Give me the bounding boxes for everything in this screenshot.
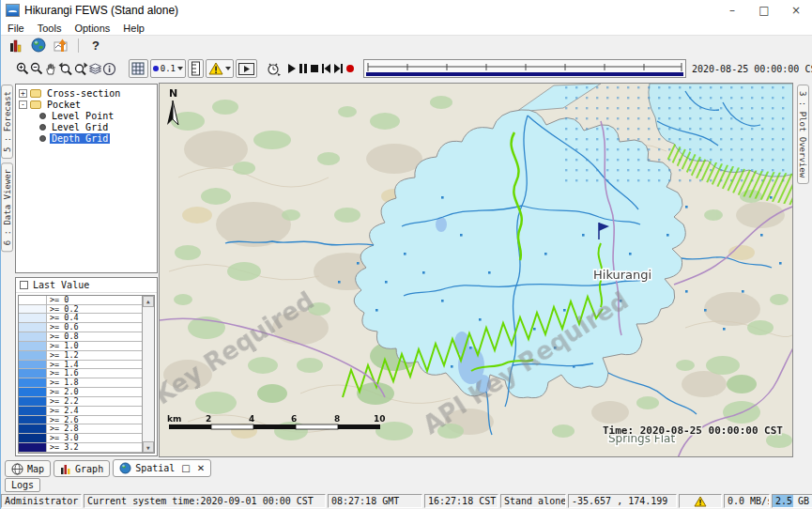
svg-text:2: 2 [206,414,211,424]
tree-node-icon [39,135,46,142]
step-back-button[interactable] [320,58,332,79]
legend-row: >= 2.2 [19,397,142,407]
legend-scrollbar[interactable]: ▲ ▼ [142,296,154,453]
legend-color-swatch [19,416,47,424]
tree-item-label[interactable]: Depth Grid [50,133,110,144]
animation-clock-icon[interactable] [266,58,281,79]
legend-color-swatch [19,378,47,387]
tree-item[interactable]: Depth Grid [17,132,156,144]
legend-row: >= 0.2 [19,305,142,315]
warnings-dropdown[interactable] [206,59,234,78]
spatial-map[interactable]: API Key Required API Key Required Hikura… [159,83,793,457]
threshold-dropdown[interactable]: 0.1 [150,59,186,78]
tree-item[interactable]: - Pocket [17,99,156,110]
legend-row-label: >= 3.0 [47,434,79,442]
blue-globe-icon [119,462,131,474]
status-coordinates: -35.657 , 174.199 [568,494,677,508]
tab-logs[interactable]: Logs [5,478,40,492]
scroll-down-icon[interactable]: ▼ [143,441,154,453]
minimize-button[interactable]: – [716,0,748,21]
menu-options[interactable]: Options [68,23,116,34]
legend-row-label: >= 1.2 [47,351,79,360]
legend-row-label: >= 1.8 [47,378,79,387]
map-canvas[interactable]: API Key Required API Key Required Hikura… [160,84,793,457]
tree-expander[interactable]: + [19,89,27,98]
tab-graph[interactable]: Graph [54,460,110,477]
tab-plot-overview[interactable]: 3 : Plot Overview [797,85,809,184]
bar-chart-icon[interactable] [5,37,27,54]
legend-color-swatch [19,305,47,314]
stop-button[interactable] [309,58,320,79]
pan-icon[interactable] [44,58,58,79]
tree-item[interactable]: + Cross-section [17,87,156,99]
legend-row-label: >= 0.4 [47,314,79,322]
zoom-out-icon[interactable] [30,58,44,79]
close-button[interactable]: × [780,0,812,21]
restore-panel-icon[interactable]: □ [181,463,190,473]
tree-item[interactable]: Level Grid [17,121,156,132]
legend-row-label: >= 0 [47,296,69,304]
tab-forecast[interactable]: 5 : Forecast [1,85,13,159]
graph-icon [60,463,71,475]
profile-chart-icon[interactable] [50,37,72,54]
ruler-button[interactable] [188,59,204,78]
tab-spatial[interactable]: Spatial □ ✕ [113,459,211,477]
wire-globe-icon [11,463,23,475]
status-warning-cell[interactable] [679,494,722,508]
play-button[interactable] [286,58,298,79]
globe-icon[interactable] [27,37,50,54]
status-local-time: 16:27:18 CST [424,494,498,508]
legend-row-label: >= 3.2 [47,443,79,452]
tree-item-label[interactable]: Cross-section [45,88,122,99]
legend-row: >= 1.6 [19,369,142,378]
menu-help[interactable]: Help [116,23,151,34]
scroll-up-icon[interactable]: ▲ [143,296,154,307]
tab-map-label: Map [27,464,44,474]
info-icon[interactable] [102,58,116,79]
close-panel-icon[interactable]: ✕ [197,463,205,473]
legend-row: >= 1.4 [19,361,142,370]
toolbar-separator [78,39,79,53]
legend-color-swatch [19,407,47,415]
menu-bar: File Tools Options Help [1,21,812,35]
layers-icon[interactable] [88,58,102,79]
legend-color-swatch [19,388,47,396]
help-button[interactable]: ? [84,37,107,54]
menu-file[interactable]: File [1,23,31,34]
tree-node-icon [39,124,46,131]
tree-expander[interactable]: - [19,100,27,109]
record-button[interactable] [345,58,356,79]
menu-tools[interactable]: Tools [31,23,69,34]
maximize-button[interactable]: □ [748,0,780,21]
legend-row-label: >= 2.8 [47,424,79,433]
zoom-previous-icon[interactable] [58,58,73,79]
status-user: Administrator [1,494,82,508]
timeline-datetime: 2020-08-25 00:00:00 CST [692,64,812,74]
last-value-checkbox[interactable] [20,281,28,289]
map-time-label: Time: 2020-08-25 00:00:00 CST [603,424,783,437]
pause-button[interactable] [298,58,309,79]
tree-item[interactable]: Level Point [17,110,156,121]
legend-row: >= 2.4 [19,407,142,416]
tree-item-label[interactable]: Level Grid [50,122,110,132]
step-forward-button[interactable] [332,58,345,79]
zoom-next-icon[interactable] [73,58,88,79]
legend-row: >= 1.8 [19,378,142,388]
legend-row: >= 1.2 [19,351,142,361]
status-bar: Administrator Current system time:2020-0… [1,493,812,509]
status-mode: Stand alone [500,494,566,508]
zoom-in-icon[interactable] [16,58,30,79]
play-animation-button[interactable] [236,59,257,78]
tree-node-icon [30,89,41,98]
timeline-slider[interactable] [363,59,686,78]
tab-data-viewer[interactable]: 6 : Data Viewer [1,162,13,252]
logs-row: Logs [1,477,812,493]
tree-node-icon [39,113,46,119]
legend-color-swatch [19,323,47,332]
tab-map[interactable]: Map [5,460,51,477]
tree-item-label[interactable]: Level Point [50,111,115,121]
chevron-down-icon [177,67,183,70]
status-system-time: Current system time:2020-09-01 00:00 CST [84,494,326,508]
tree-item-label[interactable]: Pocket [45,100,83,110]
grid-button[interactable] [129,59,148,78]
